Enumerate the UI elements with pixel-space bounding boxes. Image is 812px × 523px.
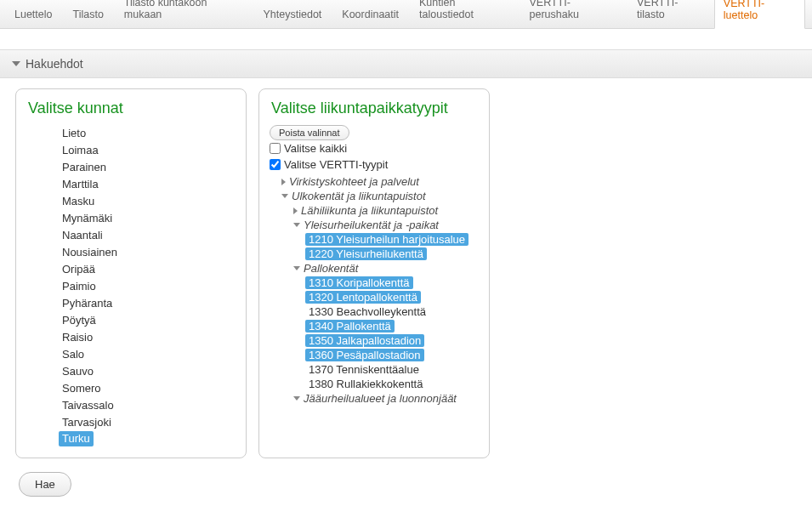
panel-tyypit-title: Valitse liikuntapaikkatyypit: [271, 99, 479, 117]
tyypit-scroll[interactable]: Poista valinnat Valitse kaikki Valitse V…: [270, 125, 479, 449]
chevron-down-icon: [293, 223, 300, 227]
list-item[interactable]: Somero: [59, 380, 236, 397]
tree-node[interactable]: Lähiliikunta ja liikuntapuistot: [270, 203, 479, 218]
tab-koordinaatit[interactable]: Koordinaatit: [332, 1, 408, 28]
list-item[interactable]: Raisio: [59, 329, 236, 346]
list-item[interactable]: Salo: [59, 346, 236, 363]
chevron-down-icon: [293, 396, 300, 401]
tab-tilasto[interactable]: Tilasto: [63, 1, 112, 28]
tab-vertti-tilasto[interactable]: VERTTI-tilasto: [627, 0, 713, 28]
footer: Hae: [0, 467, 812, 497]
list-item[interactable]: Masku: [59, 193, 236, 210]
tree-label: Yleisurheilukentät ja -paikat: [304, 219, 439, 231]
tab-vertti-perushaku[interactable]: VERTTI-perushaku: [520, 0, 626, 28]
tab-kuntien-taloustiedot[interactable]: Kuntien taloustiedot: [410, 0, 518, 28]
tree-leaf[interactable]: 1340 Pallokenttä: [305, 320, 395, 333]
list-item[interactable]: Naantali: [59, 227, 236, 244]
list-item[interactable]: Taivassalo: [59, 397, 236, 414]
tree-node[interactable]: Virkistyskohteet ja palvelut: [270, 174, 479, 189]
list-item[interactable]: Pöytyä: [59, 312, 236, 329]
list-item[interactable]: Loimaa: [59, 142, 236, 159]
tree-leaf[interactable]: 1360 Pesäpallostadion: [305, 349, 424, 361]
tree-leaf[interactable]: 1370 Tenniskenttäalue: [305, 363, 423, 376]
panel-kunnat-title: Valitse kunnat: [28, 99, 236, 117]
list-item[interactable]: Uusikaupunki: [59, 446, 236, 449]
list-item[interactable]: Paimio: [59, 278, 236, 295]
chevron-down-icon: [281, 194, 288, 198]
list-item[interactable]: Oripää: [59, 261, 236, 278]
list-item[interactable]: Mynämäki: [59, 210, 236, 227]
tree-label: Jääurheilualueet ja luonnonjäät: [304, 392, 457, 405]
tree-node[interactable]: Pallokentät: [270, 261, 479, 276]
tree-leaf[interactable]: 1330 Beachvolleykenttä: [305, 305, 429, 318]
check-vertti-types[interactable]: [270, 159, 281, 170]
tab-tilasto-kuntakoon[interactable]: Tilasto kuntakoon mukaan: [115, 0, 253, 28]
chevron-right-icon: [293, 207, 298, 214]
list-item[interactable]: Nousiainen: [59, 244, 236, 261]
check-vertti-label: Valitse VERTTI-tyypit: [284, 158, 388, 171]
tree-node[interactable]: Jääurheilualueet ja luonnonjäät: [270, 391, 479, 406]
tree-label: Pallokentät: [304, 262, 358, 275]
tree-node[interactable]: Ulkokentät ja liikuntapuistot: [270, 189, 479, 203]
check-all[interactable]: [270, 143, 281, 154]
accordion-title: Hakuehdot: [26, 57, 83, 71]
panel-tyypit: Valitse liikuntapaikkatyypit Poista vali…: [258, 88, 490, 458]
clear-selections-button[interactable]: Poista valinnat: [270, 125, 349, 140]
tree-leaf[interactable]: 1320 Lentopallokenttä: [305, 291, 421, 304]
search-button[interactable]: Hae: [19, 472, 71, 497]
tree-node[interactable]: Yleisurheilukentät ja -paikat: [270, 218, 479, 232]
tab-bar: Luettelo Tilasto Tilasto kuntakoon mukaa…: [0, 0, 812, 29]
tab-luettelo[interactable]: Luettelo: [5, 1, 61, 28]
kunnat-scroll[interactable]: Lieto Loimaa Parainen Marttila Masku Myn…: [26, 125, 236, 449]
chevron-right-icon: [281, 179, 286, 185]
panels-row: Valitse kunnat Lieto Loimaa Parainen Mar…: [0, 78, 812, 467]
tree-leaf[interactable]: 1210 Yleisurheilun harjoitusalue: [305, 233, 468, 246]
chevron-down-icon: [12, 61, 20, 66]
list-item[interactable]: Parainen: [59, 159, 236, 176]
tree-leaf[interactable]: 1310 Koripallokenttä: [305, 276, 413, 289]
list-item[interactable]: Turku: [59, 431, 94, 446]
list-item[interactable]: Pyhäranta: [59, 295, 236, 312]
tab-vertti-luettelo[interactable]: VERTTI-luettelo: [714, 0, 805, 29]
accordion-hakuehdot[interactable]: Hakuehdot: [0, 49, 812, 78]
tree-leaf[interactable]: 1220 Yleisurheilukenttä: [305, 247, 427, 260]
panel-kunnat: Valitse kunnat Lieto Loimaa Parainen Mar…: [15, 88, 247, 458]
tab-yhteystiedot[interactable]: Yhteystiedot: [254, 1, 332, 28]
kunnat-list: Lieto Loimaa Parainen Marttila Masku Myn…: [26, 125, 236, 449]
tree-label: Lähiliikunta ja liikuntapuistot: [301, 204, 438, 217]
tree-label: Ulkokentät ja liikuntapuistot: [292, 190, 426, 202]
check-all-label: Valitse kaikki: [284, 142, 347, 155]
list-item[interactable]: Lieto: [59, 125, 236, 142]
list-item[interactable]: Sauvo: [59, 363, 236, 380]
type-tree: Virkistyskohteet ja palvelut Ulkokentät …: [270, 173, 479, 406]
tree-leaf[interactable]: 1380 Rullakiekkokenttä: [305, 378, 426, 390]
list-item[interactable]: Tarvasjoki: [59, 414, 236, 431]
list-item[interactable]: Marttila: [59, 176, 236, 193]
tree-label: Virkistyskohteet ja palvelut: [289, 175, 419, 188]
chevron-down-icon: [293, 266, 300, 270]
tree-leaf[interactable]: 1350 Jalkapallostadion: [305, 334, 424, 347]
